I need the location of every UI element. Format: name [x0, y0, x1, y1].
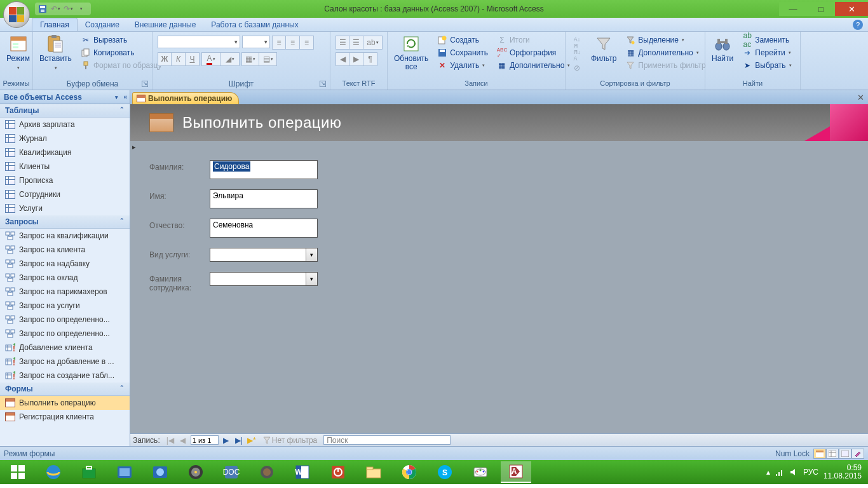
taskbar-access[interactable]: A	[501, 461, 531, 483]
clear-sort-button[interactable]: ⊘	[569, 62, 585, 74]
nav-item[interactable]: +!Добавление клиента	[0, 341, 130, 355]
new-record-button[interactable]: Создать	[435, 34, 491, 46]
sort-desc-button[interactable]: Я↓A	[569, 50, 585, 61]
font-color-button[interactable]: A▾	[201, 52, 220, 66]
nav-section-queries[interactable]: Запросы⌃	[0, 215, 130, 229]
language-indicator[interactable]: РУС	[803, 468, 818, 477]
record-search-input[interactable]: Поиск	[323, 435, 451, 445]
next-record-button[interactable]: ▶	[221, 435, 231, 445]
taskbar-power[interactable]	[323, 461, 353, 483]
last-record-button[interactable]: ▶|	[234, 435, 244, 445]
save-icon[interactable]	[37, 4, 48, 14]
refresh-all-button[interactable]: Обновить все	[390, 33, 432, 72]
more-records-button[interactable]: ▦Дополнительно ▾	[494, 60, 573, 71]
spelling-button[interactable]: ABC✓Орфография	[494, 47, 573, 58]
increase-indent-button[interactable]: ▶	[349, 52, 363, 66]
italic-button[interactable]: К	[172, 52, 186, 66]
minimize-button[interactable]: —	[779, 2, 807, 16]
new-record-nav-button[interactable]: ▶*	[247, 435, 257, 445]
nav-header[interactable]: Все объекты Access ▾ «	[0, 90, 130, 104]
advanced-filter-button[interactable]: ▦Дополнительно ▾	[623, 47, 708, 58]
network-icon[interactable]	[775, 468, 784, 477]
taskbar-app2[interactable]	[145, 461, 175, 483]
redo-icon[interactable]: ↷▾	[63, 4, 73, 14]
replace-button[interactable]: abacЗаменить	[740, 34, 794, 46]
font-size-combo[interactable]	[242, 36, 270, 48]
maximize-button[interactable]: □	[807, 2, 835, 16]
datasheet-view-button[interactable]	[826, 449, 839, 459]
totals-button[interactable]: ΣИтоги	[494, 34, 573, 46]
nav-section-tables[interactable]: Таблицы⌃	[0, 104, 130, 118]
service-type-combo[interactable]: ▾	[210, 248, 318, 262]
taskbar-app4[interactable]: DOC	[216, 461, 247, 483]
ltr-button[interactable]: ¶	[363, 52, 377, 66]
nav-item[interactable]: Запрос на квалификации	[0, 229, 130, 243]
start-button[interactable]	[3, 461, 33, 483]
record-position-input[interactable]	[191, 435, 219, 445]
patronymic-input[interactable]: Семеновна	[210, 219, 318, 238]
nav-item[interactable]: Прописка	[0, 173, 130, 187]
save-record-button[interactable]: Сохранить	[435, 47, 491, 58]
tab-database-tools[interactable]: Работа с базами данных	[203, 18, 306, 31]
prev-record-button[interactable]: ◀	[178, 435, 188, 445]
taskbar-app5[interactable]	[252, 461, 282, 483]
find-button[interactable]: Найти	[708, 33, 737, 64]
taskbar-app3[interactable]	[180, 461, 211, 483]
nav-item[interactable]: Клиенты	[0, 159, 130, 173]
filter-button[interactable]: Фильтр	[587, 33, 620, 64]
numbering-button[interactable]: ☰	[349, 36, 363, 50]
taskbar-explorer[interactable]	[358, 461, 389, 483]
cut-button[interactable]: ✂Вырезать	[78, 34, 165, 46]
design-view-button[interactable]	[851, 449, 864, 459]
nav-item[interactable]: Запрос на парикмахеров	[0, 285, 130, 299]
nav-item[interactable]: Регистрация клиента	[0, 410, 130, 424]
name-input[interactable]: Эльвира	[210, 189, 318, 208]
close-button[interactable]: ✕	[835, 2, 868, 16]
nav-item[interactable]: Услуги	[0, 201, 130, 215]
goto-button[interactable]: ➜Перейти ▾	[740, 47, 794, 58]
tray-arrow-icon[interactable]: ▴	[766, 468, 770, 477]
bullets-button[interactable]: ☰	[336, 36, 349, 50]
paste-button[interactable]: Вставить▾	[36, 33, 76, 73]
font-name-combo[interactable]	[158, 36, 240, 48]
volume-icon[interactable]	[789, 468, 798, 477]
first-record-button[interactable]: |◀	[165, 435, 175, 445]
nav-item[interactable]: Архив зарплата	[0, 118, 130, 132]
form-view-button[interactable]	[813, 449, 826, 459]
nav-item[interactable]: Запрос по определенно...	[0, 327, 130, 341]
delete-record-button[interactable]: ✕Удалить ▾	[435, 60, 491, 71]
selection-filter-button[interactable]: Выделение ▾	[623, 34, 708, 46]
nav-item[interactable]: Сотрудники	[0, 187, 130, 201]
clock[interactable]: 0:59 11.08.2015	[824, 464, 862, 480]
tab-create[interactable]: Создание	[78, 18, 127, 31]
undo-icon[interactable]: ↶▾	[50, 4, 60, 14]
record-selector-icon[interactable]: ▸	[132, 143, 139, 149]
nav-item[interactable]: Выполнить операцию	[0, 396, 130, 410]
format-painter-button[interactable]: Формат по образцу	[78, 60, 165, 71]
employee-surname-combo[interactable]: ▾	[210, 272, 318, 286]
align-left-button[interactable]: ≡	[272, 36, 286, 50]
nav-section-forms[interactable]: Формы⌃	[0, 383, 130, 396]
sort-asc-button[interactable]: A↓Я	[569, 37, 585, 48]
nav-item[interactable]: +!Запрос на создание табл...	[0, 369, 130, 383]
taskbar-chrome[interactable]	[394, 461, 424, 483]
taskbar-app1[interactable]	[109, 461, 140, 483]
nav-item[interactable]: Запрос по определенно...	[0, 313, 130, 327]
select-button[interactable]: ➤Выбрать ▾	[740, 60, 794, 71]
surname-input[interactable]: Сидорова	[210, 160, 318, 179]
align-right-button[interactable]: ≡	[300, 36, 314, 50]
text-highlight-button[interactable]: ab▾	[363, 36, 383, 50]
office-button[interactable]	[3, 1, 30, 28]
bold-button[interactable]: Ж	[158, 52, 172, 66]
tab-external-data[interactable]: Внешние данные	[127, 18, 204, 31]
nav-item[interactable]: Запрос на клиента	[0, 243, 130, 257]
gridlines-button[interactable]: ▦▾	[241, 52, 259, 66]
nav-item[interactable]: Журнал	[0, 132, 130, 146]
clipboard-launcher-icon[interactable]: ↘	[142, 81, 148, 87]
doc-tab-form[interactable]: Выполнить операцию	[132, 92, 239, 104]
tab-home[interactable]: Главная	[32, 18, 78, 31]
nav-item[interactable]: Запрос на оклад	[0, 271, 130, 285]
layout-view-button[interactable]	[839, 449, 851, 459]
nav-item[interactable]: Запрос на услуги	[0, 299, 130, 313]
font-launcher-icon[interactable]: ↘	[320, 81, 326, 87]
